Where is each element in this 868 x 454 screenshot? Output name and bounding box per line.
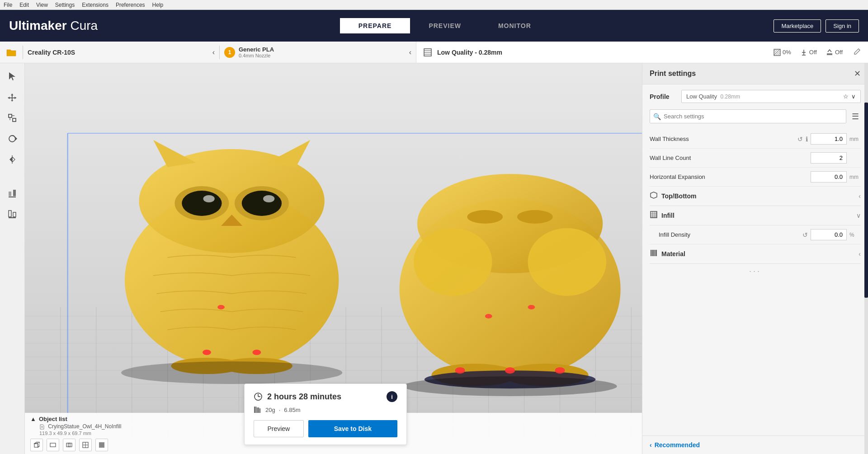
edit-settings-icon[interactable] [854, 48, 861, 57]
marketplace-button[interactable]: Marketplace [774, 19, 821, 33]
material-section[interactable]: Material ‹ [650, 244, 861, 264]
view-icon-flat[interactable] [47, 439, 59, 451]
svg-point-72 [414, 228, 492, 296]
open-folder-icon[interactable] [5, 46, 18, 59]
tool-move[interactable] [4, 89, 21, 106]
tool-support[interactable] [4, 184, 21, 201]
tab-prepare[interactable]: PREPARE [340, 18, 410, 33]
panel-header: Print settings ✕ [642, 63, 868, 84]
info-circle-icon[interactable]: i [387, 391, 397, 402]
material-icon [650, 249, 658, 259]
support-setting[interactable]: Off [800, 49, 817, 56]
top-bottom-icon [650, 191, 658, 201]
tool-rotate[interactable] [4, 130, 21, 147]
menu-settings[interactable]: Settings [55, 2, 75, 8]
search-wrapper: 🔍 [650, 109, 846, 123]
toolbar: Creality CR-10S ‹ 1 Generic PLA 0.4mm No… [0, 42, 868, 63]
profile-chevron-icon: ∨ [851, 93, 856, 100]
signin-button[interactable]: Sign in [826, 19, 859, 33]
object-list-label: Object list [39, 416, 67, 422]
material-title: Material [661, 250, 855, 257]
panel-scrollbar[interactable] [864, 63, 868, 454]
menu-edit[interactable]: Edit [19, 2, 29, 8]
3d-viewport[interactable]: ▲ Object list CryingStatue_Owl_4H_NoInfi… [25, 63, 642, 454]
svg-rect-112 [652, 250, 653, 256]
menu-help[interactable]: Help [152, 2, 164, 8]
svg-rect-19 [9, 211, 11, 217]
svg-rect-8 [13, 118, 16, 122]
svg-rect-17 [13, 190, 16, 196]
menu-bar: File Edit View Settings Extensions Prefe… [0, 0, 868, 10]
tool-mirror[interactable] [4, 151, 21, 168]
tab-preview[interactable]: PREVIEW [410, 18, 480, 33]
preview-button[interactable]: Preview [254, 420, 304, 437]
tool-support2[interactable] [4, 205, 21, 222]
panel-close-button[interactable]: ✕ [854, 69, 861, 79]
infill-density-controls: ↺ % [802, 229, 861, 240]
wall-line-count-label: Wall Line Count [650, 154, 811, 161]
horizontal-expansion-label: Horizontal Expansion [650, 173, 811, 180]
view-icon-solid[interactable] [95, 439, 108, 451]
material-info: Generic PLA 0.4mm Nozzle [239, 46, 274, 58]
svg-point-80 [485, 314, 492, 318]
wall-thickness-reset[interactable]: ↺ [797, 136, 803, 143]
svg-rect-115 [656, 250, 657, 256]
tab-monitor[interactable]: MONITOR [480, 18, 550, 33]
printer-select[interactable]: Creality CR-10S [28, 49, 208, 56]
svg-marker-12 [15, 137, 17, 140]
infill-density-input[interactable] [811, 229, 847, 240]
view-icon-rotate[interactable] [63, 439, 75, 451]
print-actions: Preview Save to Disk [254, 420, 397, 437]
top-bottom-section[interactable]: Top/Bottom ‹ [650, 187, 861, 206]
infill-density-label: Infill Density [659, 231, 802, 238]
infill-section[interactable]: Infill ∨ [650, 206, 861, 225]
printer-name: Creality CR-10S [28, 49, 75, 56]
horizontal-expansion-input[interactable] [811, 171, 847, 183]
material-chevron: ‹ [859, 250, 861, 257]
support-value: Off [809, 49, 817, 56]
svg-rect-113 [653, 250, 654, 256]
quality-select[interactable]: Low Quality - 0.28mm [424, 48, 502, 56]
menu-view[interactable]: View [36, 2, 48, 8]
settings-menu-icon[interactable]: ☰ [850, 110, 861, 123]
infill-setting[interactable]: 0% [774, 49, 791, 56]
adhesion-value: Off [835, 49, 843, 56]
menu-extensions[interactable]: Extensions [82, 2, 108, 8]
adhesion-setting[interactable]: Off [826, 49, 843, 56]
material-chevron[interactable]: ‹ [409, 48, 411, 56]
material-select[interactable]: 1 Generic PLA 0.4mm Nozzle [224, 46, 405, 58]
svg-rect-111 [651, 250, 651, 256]
search-icon: 🔍 [653, 113, 661, 120]
wall-thickness-controls: ↺ ℹ mm [797, 133, 861, 145]
wall-line-count-input[interactable] [811, 152, 847, 164]
view-icon-grid[interactable] [79, 439, 92, 451]
infill-title: Infill [661, 212, 853, 219]
tool-select[interactable] [4, 68, 21, 85]
infill-value: 0% [783, 49, 791, 56]
profile-select[interactable]: Low Quality 0.28mm ☆ ∨ [681, 90, 861, 103]
profile-star-icon: ☆ [843, 93, 849, 100]
recommended-button[interactable]: ‹ Recommended [642, 435, 868, 454]
menu-file[interactable]: File [4, 2, 12, 8]
svg-point-70 [467, 210, 503, 224]
menu-preferences[interactable]: Preferences [116, 2, 145, 8]
print-time: 2 hours 28 minutes [267, 392, 341, 402]
svg-point-64 [203, 350, 211, 355]
horizontal-expansion-row: Horizontal Expansion mm [650, 168, 861, 187]
view-icon-cube[interactable] [30, 439, 43, 451]
save-to-disk-button[interactable]: Save to Disk [308, 420, 397, 437]
panel-scrollbar-thumb[interactable] [864, 103, 868, 298]
svg-rect-101 [257, 407, 258, 413]
search-input[interactable] [650, 109, 846, 123]
tool-scale[interactable] [4, 109, 21, 126]
svg-point-60 [263, 195, 274, 202]
printer-chevron[interactable]: ‹ [212, 48, 215, 56]
top-bottom-chevron: ‹ [859, 192, 861, 200]
infill-density-reset[interactable]: ↺ [802, 231, 808, 239]
wall-thickness-input[interactable] [811, 133, 847, 145]
material-bar-icon [254, 406, 262, 414]
svg-rect-20 [13, 212, 16, 217]
wall-thickness-info[interactable]: ℹ [806, 136, 808, 143]
print-time-row: 2 hours 28 minutes i [254, 391, 397, 402]
profile-label: Profile [650, 93, 677, 100]
